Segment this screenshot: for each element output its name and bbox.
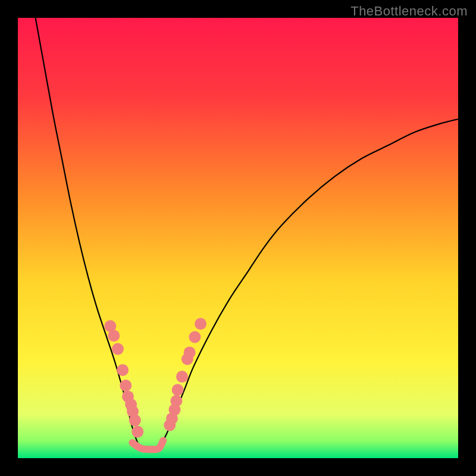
marker-right_wall-3	[170, 395, 182, 407]
marker-left_wall-3	[117, 364, 129, 376]
gradient-background	[18, 18, 458, 458]
marker-right_wall-9	[195, 318, 206, 330]
chart-frame: TheBottleneck.com	[0, 0, 476, 476]
marker-left_wall-4	[120, 380, 131, 392]
marker-right_wall-8	[189, 331, 201, 343]
marker-right_wall-4	[172, 384, 184, 396]
marker-left_wall-1	[108, 330, 120, 342]
watermark-text: TheBottleneck.com	[350, 4, 468, 19]
chart-svg	[18, 18, 458, 458]
marker-right_wall-5	[176, 371, 188, 383]
plot-area	[18, 18, 458, 458]
marker-left_wall-8	[129, 414, 141, 426]
marker-left_wall-9	[131, 426, 143, 438]
marker-left_wall-2	[112, 343, 124, 355]
marker-right_wall-7	[184, 346, 196, 358]
